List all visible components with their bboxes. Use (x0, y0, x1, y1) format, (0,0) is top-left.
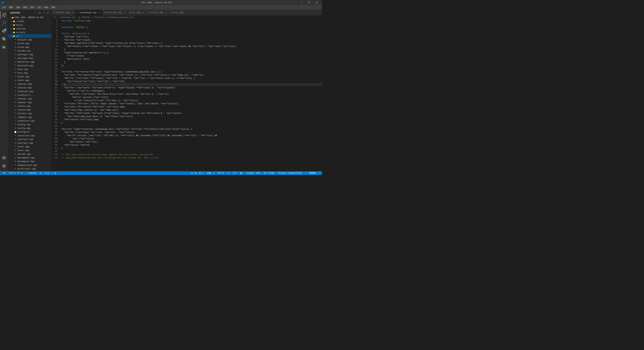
tree-item-deduplicate-cpp[interactable]: Cdeduplicate.cpp (8, 163, 52, 167)
tree-item-config-hpp[interactable]: Hconfig.hpp (8, 126, 52, 130)
tab-close-button[interactable]: ✕ (98, 11, 100, 14)
nav-forward-button[interactable]: › (11, 0, 16, 5)
menu-file[interactable]: 文件 (1, 5, 8, 9)
collapse-button[interactable]: ⊟ (46, 11, 50, 14)
tree-item-cadical-cpp[interactable]: Ccadical.cpp (8, 82, 52, 86)
tree-item-cover-cpp[interactable]: Ccover.cpp (8, 145, 52, 148)
minimize-button[interactable]: — (298, 0, 305, 5)
status-line-col[interactable]: 行 21, 列 1 (190, 172, 204, 175)
tab-internal-hpp[interactable]: H internal.hpp ✕ (102, 10, 128, 15)
refresh-button[interactable]: ↺ (42, 11, 46, 14)
menu-select[interactable]: 选择 (15, 5, 22, 9)
tree-item-constrain-cpp[interactable]: Cconstrain.cpp (8, 134, 52, 137)
status-chinese[interactable]: Chinese (Simplified) (278, 172, 303, 174)
status-errors[interactable]: ⊗ 0 (44, 172, 50, 174)
tree-item-checker-cpp[interactable]: Cchecker.cpp (8, 97, 52, 101)
status-sync[interactable]: ⟳ (40, 172, 42, 174)
new-file-button[interactable]: + (34, 11, 38, 14)
menu-terminal[interactable]: 终端 (43, 5, 50, 9)
tree-item-cover-hpp[interactable]: Hcover.hpp (8, 148, 52, 152)
tree-item-label: drattracer.cpp (18, 168, 51, 170)
tree-item-contract-cpp[interactable]: Ccontract.cpp (8, 137, 52, 141)
code-content[interactable]: #include "internal.hpp" namespace CaDiCa… (60, 19, 322, 171)
tree-item-compact-cpp[interactable]: Ccompact.cpp (8, 115, 52, 119)
tree-item-averages-cpp[interactable]: Caverages.cpp (8, 53, 52, 56)
tree-item-arena-hpp[interactable]: Harena.hpp (8, 45, 52, 49)
tree-item-contract-hpp[interactable]: Hcontract.hpp (8, 141, 52, 145)
tab-close-button[interactable]: ✕ (185, 11, 188, 14)
nav-back-button[interactable]: ‹ (5, 0, 10, 5)
tree-item-assume-cpp[interactable]: Cassume.cpp (8, 49, 52, 53)
tree-item-analyze-cpp[interactable]: Canalyze.cpp (8, 38, 52, 41)
tree-item-arena-cpp[interactable]: Carena.cpp (8, 41, 52, 45)
tree-item-configure[interactable]: 📄configure (8, 130, 52, 134)
activity-bar-explorer[interactable] (0, 11, 8, 19)
status-language[interactable]: C++ (232, 172, 238, 174)
tree-item-ccadical-h[interactable]: Hccadical.h (8, 93, 52, 97)
activity-bar-search[interactable] (0, 19, 8, 27)
tree-item-cadical-hpp[interactable]: Hcadical.hpp (8, 86, 52, 89)
tree-item-decompose-cpp[interactable]: Cdecompose.cpp (8, 156, 52, 160)
tab-close-button[interactable]: ✕ (165, 11, 168, 14)
tab-lookahead-cpp[interactable]: C lookahead.cpp ✕ (76, 10, 102, 15)
new-folder-button[interactable]: ⊞ (38, 11, 42, 14)
status-notifications[interactable]: 🔔 (239, 172, 243, 174)
tree-item-decide-cpp[interactable]: Cdecide.cpp (8, 152, 52, 156)
close-button[interactable]: ✕ (313, 0, 321, 5)
menu-run[interactable]: 运行 (36, 5, 42, 9)
menu-help[interactable]: 帮助 (50, 5, 57, 9)
tree-item-clause-hpp[interactable]: Hclause.hpp (8, 108, 52, 112)
activity-bar-account[interactable] (0, 154, 8, 162)
breadcrumb-file[interactable]: lookahead.cpp (60, 16, 75, 18)
tab-close-button[interactable]: ✕ (71, 11, 74, 14)
breadcrumb-fn[interactable]: ⊕ Internal::lookahead_populate_locc (92, 16, 135, 18)
menu-edit[interactable]: 编辑 (8, 5, 14, 9)
activity-bar-debug[interactable] (0, 35, 8, 43)
status-warnings[interactable]: ⚠ 0 (52, 172, 56, 174)
tree-item-decompose-hpp[interactable]: Hdecompose.hpp (8, 160, 52, 163)
activity-bar-settings[interactable] (0, 162, 8, 170)
tree-item-config-cpp[interactable]: Cconfig.cpp (8, 123, 52, 126)
status-wsl[interactable]: WSL: Ubuntu-24.04 (1, 172, 24, 174)
tree-item-build[interactable]: ▸📁build (8, 23, 52, 27)
tree-item-condition-cpp[interactable]: Ccondition.cpp (8, 119, 52, 123)
tree-item-backtrack-cpp[interactable]: Cbacktrack.cpp (8, 60, 52, 64)
settings-icon (2, 164, 6, 168)
tab-var-hpp[interactable]: H var.hpp ✕ (128, 10, 146, 15)
tree-item-src[interactable]: ▾📂src (8, 34, 52, 38)
status-encoding[interactable]: UTF-8 (217, 172, 224, 174)
tree-item--cache[interactable]: ▸📁.cache (8, 19, 52, 23)
tree-item-contrib[interactable]: ▸📁contrib (8, 27, 52, 30)
menu-goto[interactable]: 转到 (29, 5, 36, 9)
tree-item-scripts[interactable]: ▸📁scripts (8, 30, 52, 34)
menu-view[interactable]: 查看 (22, 5, 28, 9)
maximize-button[interactable]: ❐ (305, 0, 313, 5)
tree-root[interactable]: ▾ 📁 CDCL [WSL: UBUNTU-24.04] (8, 16, 52, 19)
breadcrumb-ns[interactable]: {} CaDiCaL (78, 16, 90, 18)
tab-close-button[interactable]: ✕ (142, 11, 145, 14)
tree-item-block-hpp[interactable]: Hblock.hpp (8, 78, 52, 82)
tree-item-clause-cpp[interactable]: Cclause.cpp (8, 104, 52, 108)
code-line-27: "ns">std::"fn">sort (first: begin (&cont… (62, 102, 322, 105)
tree-item-ccadical-cpp[interactable]: Cccadical.cpp (8, 89, 52, 93)
code-line-22: "kw">for ("kw">const "kw">auto &"var">c:… (62, 86, 322, 89)
tree-item-drattracer-cpp[interactable]: Cdrattracer.cpp (8, 167, 52, 171)
breadcrumb-src[interactable]: src (53, 16, 57, 18)
activity-bar-git[interactable]: 1 (0, 27, 8, 35)
tree-item-collect-cpp[interactable]: Ccollect.cpp (8, 112, 52, 115)
tree-item-block-cpp[interactable]: Cblock.cpp (8, 75, 52, 78)
tree-item-averages-hpp[interactable]: Haverages.hpp (8, 56, 52, 60)
status-spaces[interactable]: 空格: 2 (206, 172, 215, 175)
tree-item-checker-hpp[interactable]: Hchecker.hpp (8, 101, 52, 104)
tree-item-backward-cpp[interactable]: Cbackward.cpp (8, 64, 52, 67)
tab-vivify-hpp[interactable]: H vivify.hpp ✕ (146, 10, 170, 15)
tab-util-hpp[interactable]: H util.hpp ✕ (170, 10, 190, 15)
tree-item-bins-cpp[interactable]: Cbins.cpp (8, 67, 52, 71)
status-line-ending[interactable]: LF (226, 172, 230, 174)
activity-bar-extensions[interactable] (0, 43, 8, 51)
tab-close-button[interactable]: ✕ (123, 11, 126, 14)
tab-cadical-cpp[interactable]: C cadical.cpp ✕ (52, 10, 76, 15)
tree-item-bins-hpp[interactable]: Hbins.hpp (8, 71, 52, 75)
status-git-graph[interactable]: Git Graph (263, 172, 276, 174)
status-branch[interactable]: ⑂ master (26, 172, 38, 174)
